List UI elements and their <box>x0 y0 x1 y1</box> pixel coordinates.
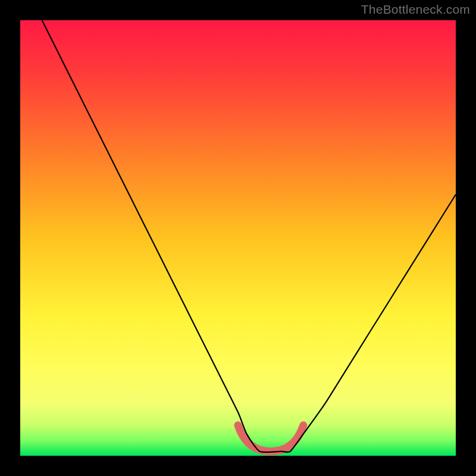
watermark-text: TheBottleneck.com <box>361 2 470 17</box>
gradient-background <box>20 20 456 456</box>
bottleneck-chart <box>20 20 456 456</box>
chart-frame: TheBottleneck.com <box>0 0 476 476</box>
